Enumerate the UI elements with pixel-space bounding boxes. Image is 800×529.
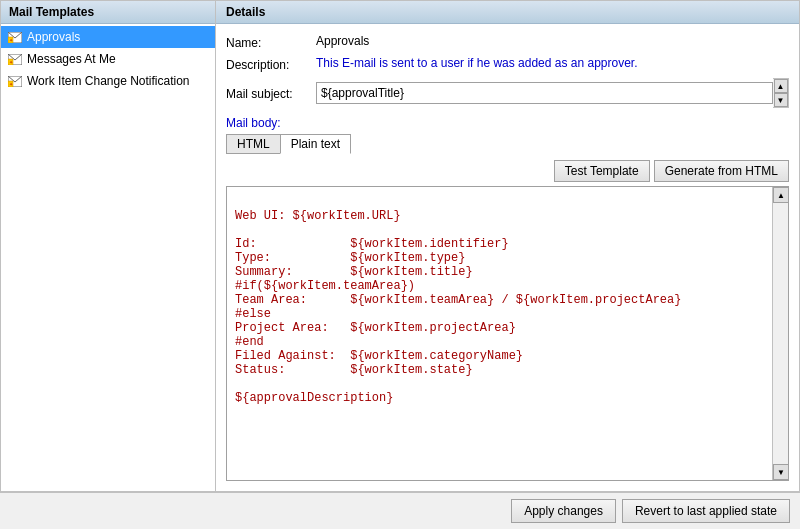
editor-scroll-down[interactable]: ▼ (773, 464, 789, 480)
description-label: Description: (226, 56, 316, 72)
mail-icon-messages: ✦ (7, 51, 23, 67)
name-row: Name: Approvals (226, 34, 789, 50)
revert-button[interactable]: Revert to last applied state (622, 499, 790, 523)
mail-subject-row: Mail subject: ▲ ▼ (226, 78, 789, 108)
tab-plain-text[interactable]: Plain text (280, 134, 351, 154)
details-content: Name: Approvals Description: This E-mail… (216, 24, 799, 491)
tabs-row: HTML Plain text (226, 134, 789, 154)
code-editor[interactable]: Web UI: ${workItem.URL} Id: ${workItem.i… (227, 187, 772, 480)
editor-scroll-up[interactable]: ▲ (773, 187, 789, 203)
tab-html[interactable]: HTML (226, 134, 280, 154)
mail-body-label: Mail body: (226, 116, 789, 130)
editor-scroll-track (773, 203, 788, 464)
code-editor-wrapper: Web UI: ${workItem.URL} Id: ${workItem.i… (226, 186, 789, 481)
scroll-down-btn[interactable]: ▼ (774, 93, 788, 107)
body-editor-section: Test Template Generate from HTML Web UI:… (226, 160, 789, 481)
mail-icon-approvals: ✦ (7, 29, 23, 45)
apply-changes-button[interactable]: Apply changes (511, 499, 616, 523)
description-row: Description: This E-mail is sent to a us… (226, 56, 789, 72)
details-panel: Details Name: Approvals Description: Thi… (215, 0, 800, 492)
sidebar-item-label-approvals: Approvals (27, 30, 80, 44)
toolbar-row: Test Template Generate from HTML (226, 160, 789, 182)
test-template-button[interactable]: Test Template (554, 160, 650, 182)
generate-from-html-button[interactable]: Generate from HTML (654, 160, 789, 182)
mail-icon-workitem: ✦ (7, 73, 23, 89)
sidebar-item-approvals[interactable]: ✦ Approvals (1, 26, 215, 48)
svg-text:✦: ✦ (9, 37, 13, 43)
details-header: Details (216, 1, 799, 24)
footer: Apply changes Revert to last applied sta… (0, 492, 800, 529)
sidebar: Mail Templates ✦ Approvals (0, 0, 215, 492)
svg-text:✦: ✦ (9, 59, 13, 65)
sidebar-item-label-messages: Messages At Me (27, 52, 116, 66)
sidebar-item-messages-at-me[interactable]: ✦ Messages At Me (1, 48, 215, 70)
sidebar-header: Mail Templates (1, 1, 215, 24)
sidebar-list: ✦ Approvals ✦ Messages At Me (1, 24, 215, 491)
mail-subject-input[interactable] (316, 82, 773, 104)
name-value: Approvals (316, 34, 369, 48)
svg-text:✦: ✦ (9, 81, 13, 87)
mail-subject-label: Mail subject: (226, 85, 316, 101)
scroll-up-btn[interactable]: ▲ (774, 79, 788, 93)
sidebar-item-work-item-change[interactable]: ✦ Work Item Change Notification (1, 70, 215, 92)
description-value: This E-mail is sent to a user if he was … (316, 56, 638, 70)
editor-scrollbar: ▲ ▼ (772, 187, 788, 480)
name-label: Name: (226, 34, 316, 50)
sidebar-item-label-workitem: Work Item Change Notification (27, 74, 190, 88)
subject-scrollbar: ▲ ▼ (773, 78, 789, 108)
